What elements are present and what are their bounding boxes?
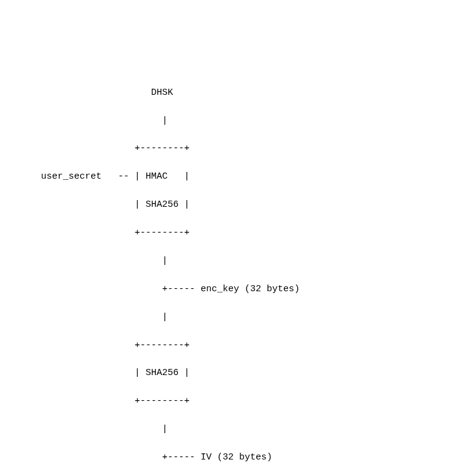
key-derivation-diagram: DHSK | +--------+ user_secret -- | HMAC … [24,72,428,476]
hmac-box-bottom: +--------+ [24,226,428,240]
sha256-box-1-bottom: +--------+ [24,395,428,409]
connector-2: | [24,311,428,325]
enc-key-output: +----- enc_key (32 bytes) [24,283,428,297]
connector-1: | [24,255,428,269]
dhsk-input-label: DHSK [24,86,428,100]
hmac-box-line2: | SHA256 | [24,198,428,212]
sha256-box-1-top: +--------+ [24,339,428,353]
iv-output: +----- IV (32 bytes) [24,451,428,465]
connector-3: | [24,423,428,437]
sha256-box-1-mid: | SHA256 | [24,366,428,381]
input-connector: | [24,114,428,128]
hmac-box-top: +--------+ [24,142,428,156]
hmac-box-line1: user_secret -- | HMAC | [24,170,428,184]
